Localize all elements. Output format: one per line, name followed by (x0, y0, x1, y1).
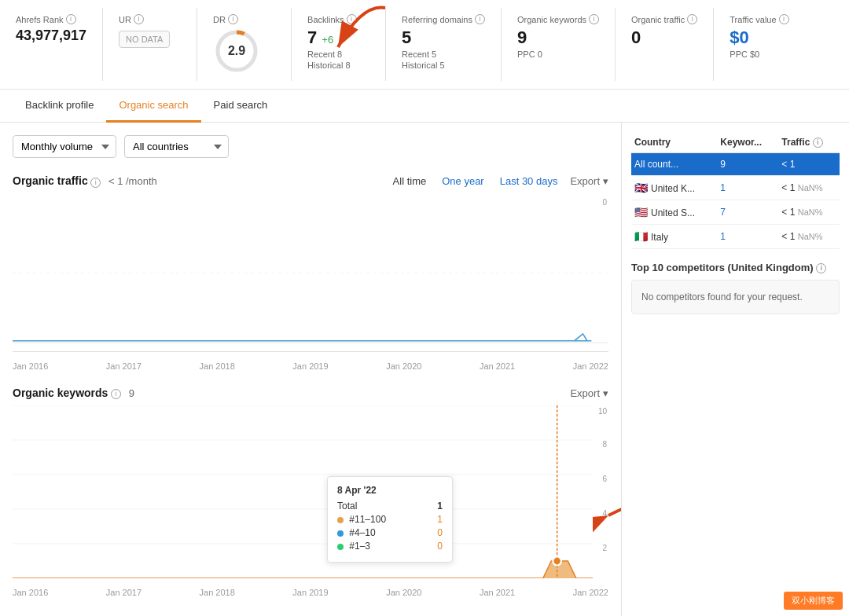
organic-keywords-section-info[interactable]: i (111, 389, 121, 399)
no-competitors-msg: No competitors found for your request. (631, 280, 840, 314)
nan-pct: NaN% (798, 207, 823, 217)
dr-info[interactable]: i (228, 14, 238, 24)
ahrefs-rank-label: Ahrefs Rank i (16, 14, 86, 24)
country-traffic: < 1 NaN% (778, 176, 840, 200)
organic-keywords-export-btn[interactable]: Export ▾ (570, 387, 608, 399)
left-panel: Monthly volume All countries United King… (0, 123, 621, 616)
country-keywords: 1 (717, 176, 778, 200)
y-label-10: 10 (598, 407, 607, 416)
tooltip-r4-row: #4–10 0 (337, 527, 443, 538)
main-content: Monthly volume All countries United King… (0, 123, 849, 616)
svg-point-13 (553, 557, 561, 566)
country-flag: 🇺🇸 (634, 206, 648, 218)
organic-traffic-section-header: Organic traffic i < 1 /month All time On… (13, 174, 608, 189)
organic-traffic-title: Organic traffic (13, 174, 88, 187)
ahrefs-rank-info[interactable]: i (66, 14, 76, 24)
referring-domains-recent: Recent 5 (402, 50, 485, 59)
backlinks-recent: Recent 8 (307, 50, 369, 59)
organic-traffic-subtitle: < 1 /month (108, 175, 157, 187)
referring-domains-historical: Historical 5 (402, 60, 485, 70)
country-traffic: < 1 NaN% (778, 200, 840, 225)
right-panel: Country Keywor... Traffic i All count...… (621, 123, 849, 616)
backlinks-info[interactable]: i (347, 14, 357, 24)
traffic-value-ppc: PPC $0 (730, 50, 792, 59)
traffic-value-stat: Traffic value i $0 PPC $0 (714, 8, 808, 81)
organic-traffic-value: 0 (631, 28, 697, 48)
filters-row: Monthly volume All countries United King… (13, 135, 608, 158)
country-keywords: 9 (717, 153, 778, 176)
country-traffic: < 1 (778, 153, 840, 176)
organic-traffic-chart: 0 (13, 195, 608, 352)
tooltip-date: 8 Apr '22 (337, 485, 443, 496)
country-table-header: Country Keywor... Traffic i (631, 132, 840, 153)
annotation-arrow-2 (593, 492, 621, 541)
country-table-row[interactable]: 🇺🇸United S...7< 1 NaN% (631, 200, 840, 225)
referring-domains-value: 5 (402, 28, 485, 48)
country-keywords: 1 (717, 225, 778, 249)
all-time-btn[interactable]: All time (390, 174, 430, 189)
country-flag: 🇮🇹 (634, 230, 648, 243)
last-30-days-btn[interactable]: Last 30 days (497, 174, 561, 189)
referring-domains-stat: Referring domains i 5 Recent 5 Historica… (386, 8, 502, 81)
tooltip-r11-value: 1 (437, 514, 443, 525)
tooltip-total-row: Total 1 (337, 500, 443, 512)
ur-stat: UR i NO DATA (103, 8, 197, 81)
tooltip-r11-row: #11–100 1 (337, 514, 443, 525)
ur-info[interactable]: i (134, 14, 144, 24)
country-table-row[interactable]: 🇮🇹Italy1< 1 NaN% (631, 225, 840, 249)
tooltip-r11-label: #11–100 (349, 514, 386, 525)
organic-traffic-export-btn[interactable]: Export ▾ (570, 175, 608, 187)
organic-traffic-section-info[interactable]: i (90, 178, 101, 188)
y-label-8: 8 (602, 440, 607, 449)
tooltip-r4-value: 0 (437, 527, 443, 538)
traffic-value-info[interactable]: i (779, 14, 789, 24)
organic-keywords-chart: 10 8 6 4 2 (13, 405, 608, 578)
organic-keywords-title: Organic keywords (13, 387, 108, 399)
keywords-tooltip: 8 Apr '22 Total 1 #11–100 1 #4–10 (327, 476, 453, 563)
one-year-btn[interactable]: One year (439, 174, 487, 189)
tab-paid-search[interactable]: Paid search (201, 90, 281, 123)
referring-domains-info[interactable]: i (475, 14, 485, 24)
traffic-col-info[interactable]: i (813, 138, 823, 148)
organic-keywords-count: 9 (129, 387, 134, 399)
ahrefs-rank-stat: Ahrefs Rank i 43,977,917 (0, 8, 103, 81)
competitors-info[interactable]: i (816, 263, 826, 273)
svg-marker-11 (13, 561, 593, 578)
backlinks-stat: Backlinks i 7 +6 Recent 8 Historical 8 (292, 8, 386, 81)
country-flag: 🇬🇧 (634, 182, 648, 194)
country-table-row[interactable]: All count...9< 1 (631, 153, 840, 176)
volume-filter[interactable]: Monthly volume (13, 135, 116, 158)
tooltip-total-label: Total (337, 500, 357, 512)
time-range-controls: All time One year Last 30 days Export ▾ (390, 174, 608, 189)
ur-value: NO DATA (119, 31, 170, 48)
organic-keywords-value: 9 (517, 28, 599, 48)
dr-gauge: 2.9 (213, 28, 260, 75)
tooltip-r4-label: #4–10 (349, 527, 375, 538)
country-name: All count... (631, 153, 717, 176)
tab-backlink-profile[interactable]: Backlink profile (13, 90, 106, 123)
tab-organic-search[interactable]: Organic search (106, 90, 200, 123)
country-filter[interactable]: All countries United Kingdom United Stat… (124, 135, 229, 158)
country-name: 🇺🇸United S... (631, 200, 717, 225)
export-chevron-icon: ▾ (603, 175, 608, 187)
organic-keywords-stat: Organic keywords i 9 PPC 0 (502, 8, 616, 81)
dr-stat: DR i 2.9 (197, 8, 292, 81)
watermark: 双小刚博客 (784, 592, 843, 610)
organic-keywords-info[interactable]: i (589, 14, 599, 24)
y-label-6: 6 (602, 475, 607, 483)
col-traffic: Traffic i (778, 132, 840, 153)
organic-keywords-ppc: PPC 0 (517, 50, 599, 59)
organic-keywords-x-labels: Jan 2016 Jan 2017 Jan 2018 Jan 2019 Jan … (13, 585, 608, 600)
y-label-0: 0 (602, 198, 607, 207)
organic-traffic-info[interactable]: i (687, 14, 697, 24)
organic-traffic-stat: Organic traffic i 0 (616, 8, 714, 81)
country-traffic: < 1 NaN% (778, 225, 840, 249)
nav-tabs: Backlink profile Organic search Paid sea… (0, 90, 849, 123)
country-table-row[interactable]: 🇬🇧United K...1< 1 NaN% (631, 176, 840, 200)
organic-traffic-x-labels: Jan 2016 Jan 2017 Jan 2018 Jan 2019 Jan … (13, 358, 608, 374)
nan-pct: NaN% (798, 232, 823, 241)
tooltip-r1-label: #1–3 (349, 541, 370, 552)
country-name: 🇬🇧United K... (631, 176, 717, 200)
dr-value: 2.9 (228, 44, 245, 58)
organic-keywords-section-header: Organic keywords i 9 Export ▾ (13, 387, 608, 399)
